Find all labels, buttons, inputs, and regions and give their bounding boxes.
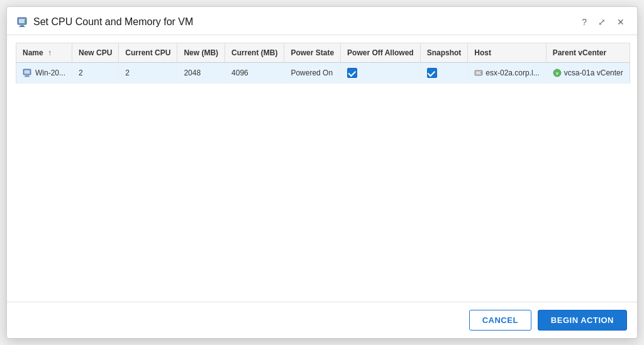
table-row[interactable]: Win-20... 2 2 2048 4096 Powered On xyxy=(16,63,630,84)
help-icon[interactable]: ? xyxy=(579,16,589,28)
vm-action-icon xyxy=(17,16,28,28)
cell-name: Win-20... xyxy=(16,63,72,84)
cell-new-mb: 2048 xyxy=(177,63,225,84)
dialog-footer: CANCEL BEGIN ACTION xyxy=(7,302,637,338)
col-power-off-allowed[interactable]: Power Off Allowed xyxy=(341,43,421,63)
power-off-allowed-checkbox[interactable] xyxy=(347,68,357,78)
svg-rect-6 xyxy=(25,70,30,74)
dialog-controls: ? ⤢ ✕ xyxy=(579,16,627,28)
svg-rect-8 xyxy=(25,77,30,77)
col-parent-vcenter[interactable]: Parent vCenter xyxy=(546,43,630,63)
svg-point-11 xyxy=(480,72,482,74)
svg-rect-2 xyxy=(20,25,24,26)
cell-snapshot xyxy=(420,63,468,84)
set-cpu-memory-dialog: Set CPU Count and Memory for VM ? ⤢ ✕ Na… xyxy=(6,6,638,339)
sort-arrow-name: ↑ xyxy=(48,48,52,57)
cell-current-cpu: 2 xyxy=(119,63,177,84)
begin-action-button[interactable]: BEGIN ACTION xyxy=(538,310,627,331)
snapshot-checkbox[interactable] xyxy=(427,68,437,78)
col-current-mb[interactable]: Current (MB) xyxy=(225,43,284,63)
col-power-state[interactable]: Power State xyxy=(284,43,341,63)
col-snapshot[interactable]: Snapshot xyxy=(420,43,468,63)
dialog-body: Name ↑ New CPU Current CPU New (MB) Curr… xyxy=(7,35,637,302)
svg-text:v: v xyxy=(556,71,558,75)
col-new-cpu[interactable]: New CPU xyxy=(72,43,119,63)
col-host[interactable]: Host xyxy=(468,43,546,63)
table-header: Name ↑ New CPU Current CPU New (MB) Curr… xyxy=(16,43,630,63)
col-name[interactable]: Name ↑ xyxy=(16,43,72,63)
host-icon xyxy=(474,68,483,77)
svg-rect-1 xyxy=(19,19,25,23)
col-new-mb[interactable]: New (MB) xyxy=(177,43,225,63)
dialog-title: Set CPU Count and Memory for VM xyxy=(33,16,193,28)
cell-host: esx-02a.corp.l... xyxy=(468,63,546,84)
expand-icon[interactable]: ⤢ xyxy=(596,16,608,28)
cell-parent-vcenter: v vcsa-01a vCenter xyxy=(546,63,630,84)
vm-row-icon xyxy=(23,68,33,78)
table-body: Win-20... 2 2 2048 4096 Powered On xyxy=(16,63,630,84)
vcenter-icon: v xyxy=(553,68,562,77)
dialog-header: Set CPU Count and Memory for VM ? ⤢ ✕ xyxy=(7,7,637,35)
svg-rect-7 xyxy=(25,75,29,77)
close-icon[interactable]: ✕ xyxy=(614,16,627,28)
svg-rect-3 xyxy=(19,26,25,27)
cell-power-state: Powered On xyxy=(284,63,341,84)
dialog-title-area: Set CPU Count and Memory for VM xyxy=(17,16,193,28)
cancel-button[interactable]: CANCEL xyxy=(469,310,531,331)
cell-current-mb: 4096 xyxy=(225,63,284,84)
cell-new-cpu: 2 xyxy=(72,63,119,84)
cell-power-off-allowed xyxy=(341,63,421,84)
vm-table: Name ↑ New CPU Current CPU New (MB) Curr… xyxy=(16,43,630,84)
col-current-cpu[interactable]: Current CPU xyxy=(119,43,177,63)
